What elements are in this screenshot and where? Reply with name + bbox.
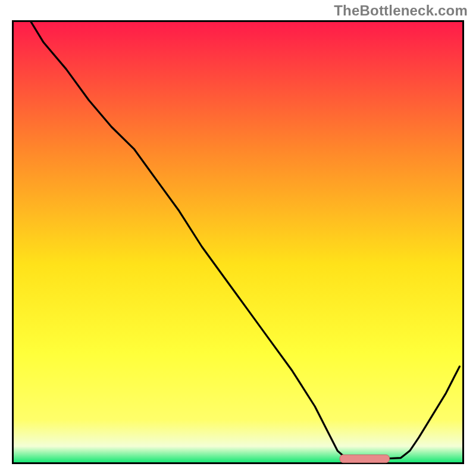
plot-area (12, 20, 464, 464)
valley-marker (340, 455, 390, 462)
figure-root: TheBottleneck.com (0, 0, 476, 476)
attribution-text: TheBottleneck.com (334, 2, 468, 19)
plot-svg (12, 20, 464, 464)
